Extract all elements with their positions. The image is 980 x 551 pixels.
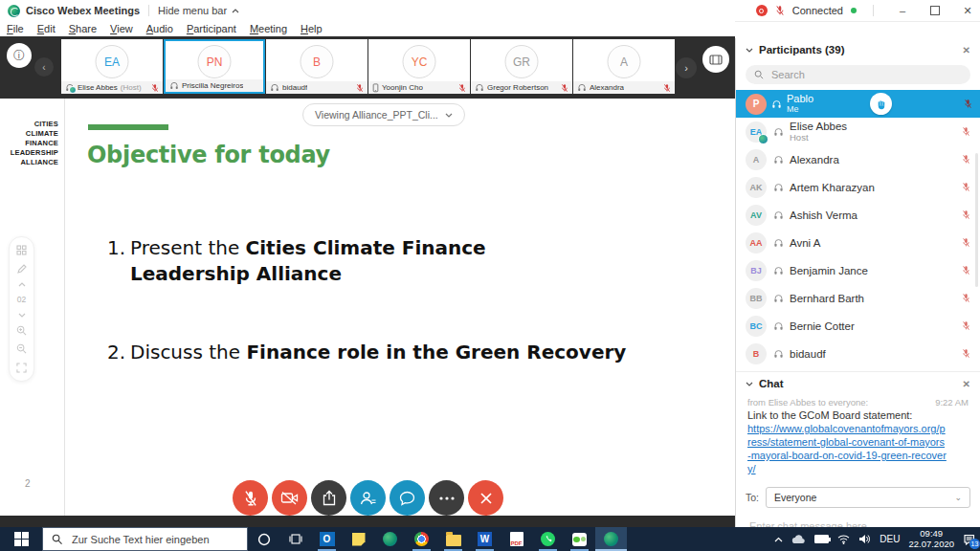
menu-audio[interactable]: Audio [140,23,180,34]
action-center-button[interactable]: 13 [963,534,975,545]
menu-edit[interactable]: Edit [31,23,62,34]
outlook-button[interactable]: O [311,527,343,551]
participant-row[interactable]: AK Artem Kharazyan [736,173,980,201]
close-participants-icon[interactable]: ✕ [963,45,970,55]
page-up-icon[interactable] [18,282,26,287]
participant-row-me[interactable]: P Pablo Me [736,90,980,118]
participant-row[interactable]: B bidaudf [736,340,980,367]
webex-meetings-current-button[interactable] [595,527,627,551]
chrome-button[interactable] [406,527,437,551]
tray-expand-icon[interactable] [774,537,783,542]
onedrive-icon[interactable] [791,535,806,544]
recipient-select[interactable]: Everyone ⌄ [766,487,970,508]
scrollbar[interactable] [975,153,978,287]
webex-app-button[interactable] [374,527,406,551]
participant-name: Benjamin Jance [790,265,868,276]
video-tile[interactable]: PN Priscilla Negreiros [164,39,265,94]
word-button[interactable]: W [469,527,501,551]
cortana-button[interactable] [248,527,279,551]
battery-icon[interactable] [814,535,829,543]
language-indicator[interactable]: DEU [880,534,900,544]
avatar: A [608,45,641,78]
participant-row[interactable]: BC Bernie Cotter [736,312,980,340]
lower-hand-button[interactable] [870,93,892,115]
info-button[interactable]: ⓘ [7,43,32,68]
wechat-button[interactable] [564,527,595,551]
task-view-button[interactable] [279,527,311,551]
taskbar-search-input[interactable] [70,533,227,546]
app-title: Cisco Webex Meetings [26,5,140,16]
whatsapp-button[interactable] [532,527,564,551]
unmute-mic-button[interactable] [233,480,268,516]
search-input[interactable] [769,68,946,81]
pdf-button[interactable]: PDF [501,527,532,551]
video-tile[interactable]: B bidaudf [266,39,368,94]
chat-message-link[interactable]: https://www.globalcovenantofmayors.org/p… [736,421,958,475]
menu-share[interactable]: Share [62,23,103,34]
headset-icon [270,83,279,92]
menu-help[interactable]: Help [294,23,329,34]
video-tile[interactable]: YC Yoonjin Cho [368,39,470,94]
muted-mic-icon [151,83,159,93]
minimize-button[interactable]: – [890,1,915,21]
speaker-icon[interactable] [858,534,871,544]
menu-file[interactable]: File [0,23,31,34]
leave-meeting-button[interactable] [468,480,503,516]
start-video-button[interactable] [272,480,307,516]
filmstrip-view-button[interactable] [702,46,729,73]
close-window-button[interactable]: ✕ [955,1,980,21]
muted-mic-icon [962,293,970,303]
thumbnail-grid-icon[interactable] [16,245,27,255]
participant-row[interactable]: AA Avni A [736,229,980,256]
share-icon [322,490,337,506]
zoom-in-icon[interactable] [16,325,27,336]
share-content-button[interactable] [311,480,346,516]
menu-participant[interactable]: Participant [180,23,243,34]
hide-menu-bar-button[interactable]: Hide menu bar [158,5,239,16]
participant-row[interactable]: BB Bernhard Barth [736,284,980,312]
video-tile[interactable]: EA Elise Abbes (Host) [61,39,163,94]
video-tile[interactable]: GR Gregor Robertson [471,39,572,94]
participant-row[interactable]: AV Ashish Verma [736,201,980,229]
scroll-right-button[interactable]: › [676,57,697,78]
menu-view[interactable]: View [103,23,140,34]
sticky-notes-button[interactable] [343,527,374,551]
page-down-icon[interactable] [18,313,26,318]
webex-icon [383,532,397,546]
annotate-icon[interactable] [16,264,27,275]
divider [873,5,874,16]
participant-name: Alexandra [590,83,624,92]
file-explorer-button[interactable] [437,527,469,551]
participant-row[interactable]: BJ Benjamin Jance [736,256,980,284]
chat-bubble-icon [399,491,415,506]
maximize-button[interactable] [923,1,947,21]
wechat-icon [572,533,587,546]
wifi-icon[interactable] [837,535,850,544]
muted-mic-icon [962,182,970,192]
participant-name: Avni A [790,237,820,249]
zoom-out-icon[interactable] [16,343,27,354]
clock[interactable]: 09:49 22.07.2020 [908,529,954,549]
participant-role: Host [790,132,847,143]
participants-button[interactable] [350,480,386,516]
participant-search[interactable] [746,65,970,84]
taskbar-search[interactable] [42,527,248,551]
avatar: AV [746,205,767,226]
muted-mic-icon [663,83,671,93]
chat-button[interactable] [390,480,425,516]
headset-icon [577,83,587,92]
video-tile[interactable]: A Alexandra [573,39,675,94]
participant-row[interactable]: A Alexandra [736,145,980,173]
divider [148,5,149,16]
scroll-left-button[interactable]: ‹ [34,57,54,77]
close-chat-icon[interactable]: ✕ [963,379,970,389]
more-options-button[interactable] [429,480,464,516]
fullscreen-icon[interactable] [16,363,27,373]
viewing-dropdown[interactable]: Viewing Alliance_PPT_Cli... [302,103,465,126]
collapse-icon[interactable] [746,382,753,386]
avatar: AK [746,177,767,198]
participant-row[interactable]: EA Elise Abbes Host [736,118,980,145]
start-button[interactable] [0,527,42,551]
menu-meeting[interactable]: Meeting [243,23,294,34]
collapse-icon[interactable] [746,48,753,53]
